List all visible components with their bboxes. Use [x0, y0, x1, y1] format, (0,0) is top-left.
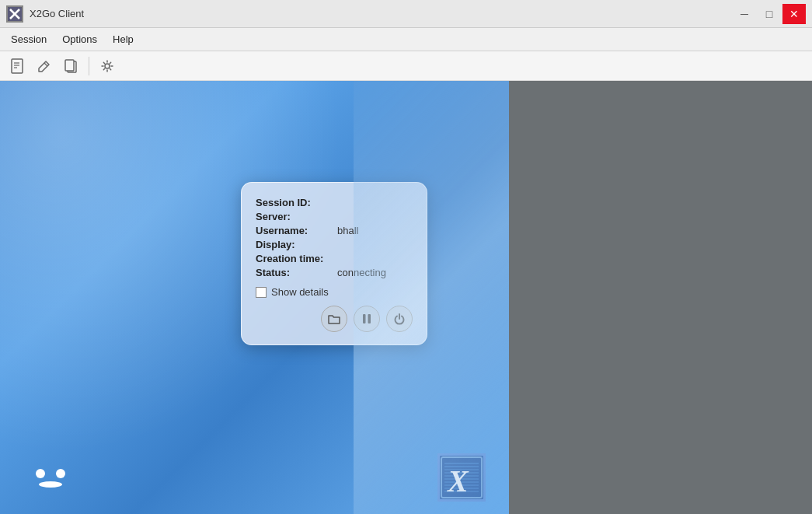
title-bar: X2Go Client ─ □ ✕ [0, 0, 812, 28]
show-details-row: Show details [256, 286, 413, 298]
desktop-panel: Session ID: Server: Username: bhall Disp… [0, 81, 509, 514]
status-label: Status: [256, 267, 337, 278]
edit-session-icon [36, 58, 53, 75]
toolbar [0, 51, 812, 81]
status-row: Status: connecting [256, 267, 413, 278]
app-icon [6, 5, 23, 23]
session-id-label: Session ID: [256, 197, 337, 208]
main-area: Session ID: Server: Username: bhall Disp… [0, 81, 812, 514]
new-session-icon [9, 58, 26, 75]
maximize-button[interactable]: □ [758, 4, 781, 24]
svg-text:X: X [446, 463, 469, 498]
folder-button[interactable] [321, 306, 347, 332]
pause-button[interactable] [354, 306, 380, 332]
username-label: Username: [256, 225, 337, 236]
pause-icon [361, 313, 373, 325]
copy-session-button[interactable] [59, 55, 82, 77]
window-title: X2Go Client [30, 8, 84, 19]
tux-nose [39, 481, 62, 488]
creation-time-row: Creation time: [256, 253, 413, 264]
svg-rect-12 [368, 314, 371, 323]
menu-bar: Session Options Help [0, 28, 812, 51]
preferences-icon [99, 58, 116, 75]
status-value: connecting [337, 267, 386, 278]
creation-time-label: Creation time: [256, 253, 337, 264]
x2go-logo: X [437, 453, 486, 502]
toolbar-separator [89, 57, 89, 75]
power-button[interactable] [386, 306, 413, 332]
menu-help[interactable]: Help [105, 30, 141, 48]
username-row: Username: bhall [256, 225, 413, 236]
tux-eyes [36, 469, 65, 478]
minimize-button[interactable]: ─ [733, 4, 756, 24]
close-button[interactable]: ✕ [782, 4, 806, 24]
folder-icon [327, 312, 341, 326]
tux-eye-right [56, 469, 65, 478]
server-row: Server: [256, 211, 413, 222]
display-row: Display: [256, 239, 413, 250]
title-bar-controls: ─ □ ✕ [733, 4, 806, 24]
svg-line-7 [44, 63, 47, 66]
show-details-checkbox[interactable] [256, 287, 267, 298]
session-info: Session ID: Server: Username: bhall Disp… [256, 197, 413, 278]
svg-point-10 [105, 64, 110, 68]
preferences-button[interactable] [96, 55, 119, 77]
username-value: bhall [337, 225, 358, 236]
show-details-label[interactable]: Show details [271, 286, 329, 298]
menu-options[interactable]: Options [54, 30, 105, 48]
title-bar-left: X2Go Client [6, 5, 84, 23]
power-icon [393, 313, 406, 325]
card-buttons [256, 306, 413, 332]
edit-session-button[interactable] [33, 55, 56, 77]
right-panel [509, 81, 812, 514]
session-id-row: Session ID: [256, 197, 413, 208]
svg-rect-9 [65, 60, 74, 71]
tux-eye-left [36, 469, 45, 478]
svg-rect-3 [12, 59, 23, 73]
display-label: Display: [256, 239, 337, 250]
menu-session[interactable]: Session [3, 30, 54, 48]
x2go-logo-svg: X [440, 456, 483, 499]
new-session-button[interactable] [6, 55, 30, 77]
tux-logo [23, 455, 78, 502]
copy-session-icon [62, 58, 79, 75]
server-label: Server: [256, 211, 337, 222]
svg-rect-11 [363, 314, 366, 323]
session-card: Session ID: Server: Username: bhall Disp… [241, 182, 427, 345]
